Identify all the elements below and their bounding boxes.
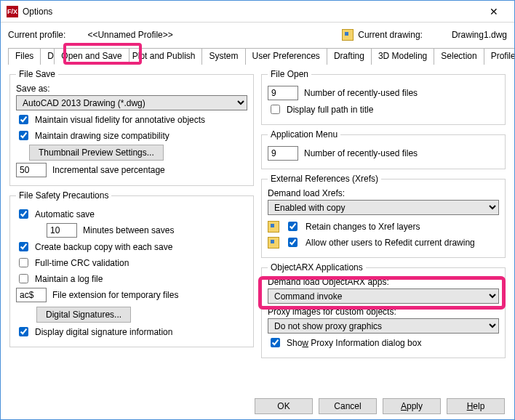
temp-ext-label: File extension for temporary files xyxy=(52,290,178,300)
autosave-minutes-input[interactable] xyxy=(47,223,77,238)
demand-xrefs-select[interactable]: Enabled with copy xyxy=(268,200,499,215)
group-file-save: File Save Save as: AutoCAD 2013 Drawing … xyxy=(9,69,254,186)
current-drawing-label: Current drawing: xyxy=(358,30,423,40)
show-proxy-row[interactable]: Show Proxy Information dialog box xyxy=(268,336,499,350)
autosave-label: Automatic save xyxy=(35,209,95,219)
show-digsig-row[interactable]: Display digital signature information xyxy=(16,325,247,339)
ok-button[interactable]: OK xyxy=(255,398,313,414)
close-button[interactable]: ✕ xyxy=(479,6,508,17)
proxy-images-select[interactable]: Do not show proxy graphics xyxy=(268,318,499,334)
tab-system[interactable]: System xyxy=(201,48,245,65)
left-column: File Save Save as: AutoCAD 2013 Drawing … xyxy=(9,69,254,358)
right-column: File Open Number of recently-used files … xyxy=(261,69,506,358)
autosave-checkbox[interactable] xyxy=(19,209,28,219)
dialog-buttons: OK Cancel Apply Help xyxy=(255,398,505,414)
recent-files-input[interactable] xyxy=(268,86,298,100)
group-file-safety: File Safety Precautions Automatic save M… xyxy=(9,190,254,347)
legend-file-open: File Open xyxy=(268,69,311,79)
cancel-button[interactable]: Cancel xyxy=(319,398,377,414)
retain-xref-label: Retain changes to Xref layers xyxy=(306,222,420,232)
incremental-save-input[interactable] xyxy=(16,163,47,177)
window-title: Options xyxy=(23,7,52,17)
appmenu-recent-label: Number of recently-used files xyxy=(304,148,418,158)
crc-label: Full-time CRC validation xyxy=(35,258,129,268)
tab-plot-and-publish[interactable]: Plot and Publish xyxy=(125,48,203,65)
tab-drafting[interactable]: Drafting xyxy=(327,48,372,65)
profile-row: Current profile: <<Unnamed Profile>> Cur… xyxy=(8,27,507,43)
thumbnail-preview-button[interactable]: Thumbnail Preview Settings... xyxy=(29,145,164,161)
legend-file-save: File Save xyxy=(16,69,58,79)
logfile-label: Maintain a log file xyxy=(35,274,103,284)
maintain-compat-checkbox[interactable] xyxy=(19,131,28,140)
show-digsig-label: Display digital signature information xyxy=(35,327,172,337)
backup-row[interactable]: Create backup copy with each save xyxy=(16,240,247,254)
legend-objectarx: ObjectARX Applications xyxy=(268,262,366,272)
tab-user-preferences[interactable]: User Preferences xyxy=(245,48,327,65)
legend-file-safety: File Safety Precautions xyxy=(16,190,111,201)
proxy-images-label: Proxy images for custom objects: xyxy=(268,307,499,317)
maintain-compat-label: Maintain drawing size compatibility xyxy=(35,131,169,141)
apply-button[interactable]: Apply xyxy=(383,398,441,414)
full-path-row[interactable]: Display full path in title xyxy=(268,102,499,116)
backup-checkbox[interactable] xyxy=(19,242,28,251)
help-button[interactable]: Help xyxy=(447,398,505,414)
save-as-select[interactable]: AutoCAD 2013 Drawing (*.dwg) xyxy=(16,95,247,110)
allow-refedit-checkbox[interactable] xyxy=(288,238,298,247)
crc-row[interactable]: Full-time CRC validation xyxy=(16,256,247,270)
crc-checkbox[interactable] xyxy=(19,258,28,267)
group-external-references: External References (Xrefs) Demand load … xyxy=(261,174,506,258)
tab-selection[interactable]: Selection xyxy=(434,48,484,65)
show-digsig-checkbox[interactable] xyxy=(19,327,28,336)
appmenu-recent-input[interactable] xyxy=(268,146,298,161)
temp-ext-input[interactable] xyxy=(16,288,47,302)
legend-external-references: External References (Xrefs) xyxy=(268,174,381,184)
save-as-label: Save as: xyxy=(16,84,247,94)
group-file-open: File Open Number of recently-used files … xyxy=(261,69,506,125)
current-profile-label: Current profile: xyxy=(8,30,65,40)
tab-display[interactable]: Display xyxy=(40,48,55,65)
app-icon: F/X xyxy=(7,6,18,17)
show-proxy-label: Show Proxy Information dialog box xyxy=(287,338,421,348)
tab-profiles[interactable]: Profiles xyxy=(484,48,515,65)
demand-arx-label: Demand load ObjectARX apps: xyxy=(268,277,499,287)
incremental-save-label: Incremental save percentage xyxy=(52,165,165,175)
show-proxy-checkbox[interactable] xyxy=(271,338,280,347)
digital-signatures-button[interactable]: Digital Signatures... xyxy=(36,307,131,323)
tab-strip: Files Display Open and Save Plot and Pub… xyxy=(8,47,507,65)
maintain-fidelity-row[interactable]: Maintain visual fidelity for annotative … xyxy=(16,113,247,126)
full-path-label: Display full path in title xyxy=(287,105,373,115)
demand-arx-select[interactable]: Command invoke xyxy=(268,288,499,304)
recent-files-label: Number of recently-used files xyxy=(304,88,418,98)
tab-files[interactable]: Files xyxy=(8,48,41,65)
current-drawing-name: Drawing1.dwg xyxy=(452,30,507,40)
autosave-minutes-label: Minutes between saves xyxy=(83,225,174,235)
title-bar: F/X Options ✕ xyxy=(1,1,514,23)
demand-xrefs-label: Demand load Xrefs: xyxy=(268,188,499,198)
backup-label: Create backup copy with each save xyxy=(35,242,172,252)
allow-refedit-label: Allow other users to Refedit current dra… xyxy=(306,238,475,248)
drawing-icon xyxy=(268,237,279,249)
maintain-fidelity-checkbox[interactable] xyxy=(19,115,28,124)
autosave-row[interactable]: Automatic save xyxy=(16,207,247,221)
group-objectarx: ObjectARX Applications Demand load Objec… xyxy=(261,262,506,358)
tab-open-and-save[interactable]: Open and Save xyxy=(54,48,129,65)
drawing-icon xyxy=(268,221,279,233)
legend-application-menu: Application Menu xyxy=(268,129,340,140)
logfile-row[interactable]: Maintain a log file xyxy=(16,272,247,286)
group-application-menu: Application Menu Number of recently-used… xyxy=(261,129,506,169)
maintain-compat-row[interactable]: Maintain drawing size compatibility xyxy=(16,129,247,142)
logfile-checkbox[interactable] xyxy=(19,274,28,283)
full-path-checkbox[interactable] xyxy=(271,105,280,114)
maintain-fidelity-label: Maintain visual fidelity for annotative … xyxy=(35,115,205,125)
current-profile-name: <<Unnamed Profile>> xyxy=(87,30,172,40)
retain-xref-checkbox[interactable] xyxy=(288,222,298,231)
drawing-icon xyxy=(342,29,354,41)
tab-3d-modeling[interactable]: 3D Modeling xyxy=(371,48,434,65)
